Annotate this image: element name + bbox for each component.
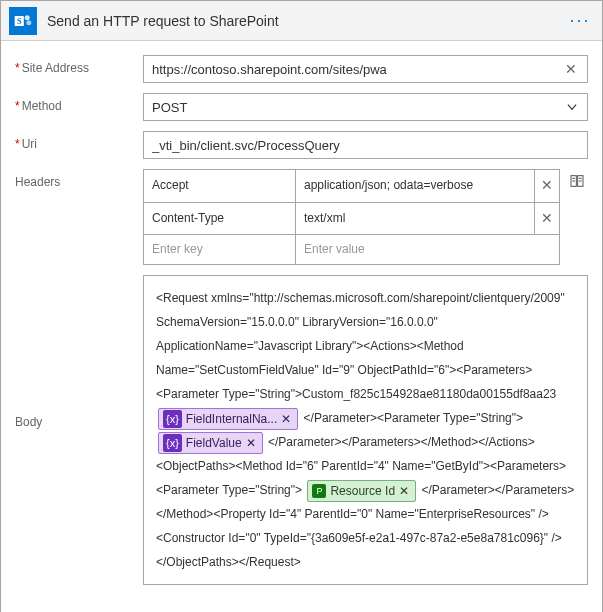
remove-header-icon[interactable]: ✕	[535, 170, 559, 202]
label-headers: Headers	[15, 169, 143, 189]
token-field-value[interactable]: {x} FieldValue ✕	[158, 432, 263, 454]
project-icon: P	[312, 484, 326, 498]
fx-icon: {x}	[163, 410, 182, 428]
uri-value: _vti_bin/client.svc/ProcessQuery	[152, 138, 579, 153]
remove-header-icon[interactable]: ✕	[535, 203, 559, 235]
header-key[interactable]: Accept	[144, 170, 296, 202]
uri-input[interactable]: _vti_bin/client.svc/ProcessQuery	[143, 131, 588, 159]
site-address-input[interactable]: https://contoso.sharepoint.com/sites/pwa…	[143, 55, 588, 83]
remove-token-icon[interactable]: ✕	[399, 482, 409, 500]
clear-icon[interactable]: ✕	[563, 61, 579, 77]
header-value[interactable]: text/xml	[296, 203, 535, 235]
switch-to-text-mode-icon[interactable]	[566, 169, 588, 192]
card-header[interactable]: S Send an HTTP request to SharePoint ···	[1, 1, 602, 41]
svg-point-3	[26, 20, 31, 25]
body-text: </Parameter><Parameter Type="String">	[304, 411, 523, 425]
label-uri: Uri	[15, 131, 143, 151]
headers-table: Accept application/json; odata=verbose ✕…	[143, 169, 560, 265]
svg-point-2	[25, 15, 30, 20]
label-method: Method	[15, 93, 143, 113]
label-body: Body	[15, 275, 143, 429]
header-key[interactable]: Content-Type	[144, 203, 296, 235]
method-value: POST	[152, 100, 565, 115]
card-menu-button[interactable]: ···	[566, 10, 594, 31]
svg-text:S: S	[17, 17, 22, 26]
header-value[interactable]: application/json; odata=verbose	[296, 170, 535, 202]
body-input[interactable]: <Request xmlns="http://schemas.microsoft…	[143, 275, 588, 585]
row-method: Method POST	[15, 93, 588, 121]
card-title: Send an HTTP request to SharePoint	[47, 13, 566, 29]
token-resource-id[interactable]: P Resource Id ✕	[307, 480, 416, 502]
row-uri: Uri _vti_bin/client.svc/ProcessQuery	[15, 131, 588, 159]
remove-token-icon[interactable]: ✕	[281, 410, 291, 428]
method-select[interactable]: POST	[143, 93, 588, 121]
remove-token-icon[interactable]: ✕	[246, 434, 256, 452]
chevron-down-icon[interactable]	[565, 100, 579, 114]
header-row-placeholder: Enter key Enter value	[144, 235, 559, 265]
fx-icon: {x}	[163, 434, 182, 452]
site-address-value: https://contoso.sharepoint.com/sites/pwa	[152, 62, 563, 77]
card-body: Site Address https://contoso.sharepoint.…	[1, 41, 602, 612]
header-value-placeholder[interactable]: Enter value	[296, 235, 559, 264]
sharepoint-icon: S	[9, 7, 37, 35]
token-field-internal-name[interactable]: {x} FieldInternalNa... ✕	[158, 408, 298, 430]
row-headers: Headers Accept application/json; odata=v…	[15, 169, 588, 265]
label-site-address: Site Address	[15, 55, 143, 75]
row-body: Body <Request xmlns="http://schemas.micr…	[15, 275, 588, 585]
header-key-placeholder[interactable]: Enter key	[144, 235, 296, 264]
row-site-address: Site Address https://contoso.sharepoint.…	[15, 55, 588, 83]
body-text: <Request xmlns="http://schemas.microsoft…	[156, 291, 565, 401]
action-card: S Send an HTTP request to SharePoint ···…	[0, 0, 603, 612]
header-row: Accept application/json; odata=verbose ✕	[144, 170, 559, 203]
header-row: Content-Type text/xml ✕	[144, 203, 559, 236]
